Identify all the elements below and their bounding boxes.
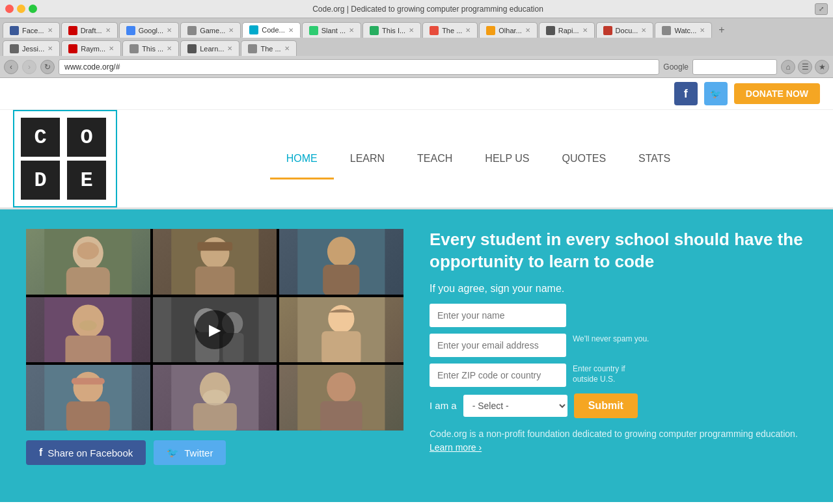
- tab-favicon: [249, 25, 258, 34]
- tab-close-icon[interactable]: ✕: [167, 45, 172, 52]
- nav-home[interactable]: HOME: [270, 140, 334, 179]
- i-am-label: I am a: [430, 400, 457, 411]
- tab-watch[interactable]: Watc... ✕: [655, 22, 712, 38]
- tab-google[interactable]: Googl... ✕: [119, 22, 180, 38]
- svg-rect-7: [197, 242, 232, 250]
- tab-the2[interactable]: The ... ✕: [241, 40, 296, 56]
- tab-close-icon[interactable]: ✕: [641, 27, 646, 34]
- svg-point-24: [74, 372, 103, 403]
- tab-close-icon[interactable]: ✕: [288, 27, 294, 34]
- tab-facebook[interactable]: Face... ✕: [3, 22, 60, 38]
- person-silhouette-1: [26, 229, 150, 295]
- twitter-header-button[interactable]: 🐦: [704, 82, 728, 105]
- tab-close-icon[interactable]: ✕: [167, 27, 172, 34]
- submit-button[interactable]: Submit: [574, 393, 638, 418]
- svg-point-14: [79, 320, 97, 330]
- tab-close-icon[interactable]: ✕: [284, 45, 290, 52]
- extensions-button[interactable]: ☰: [798, 60, 812, 74]
- video-cell-8: [279, 365, 403, 431]
- tab-learn[interactable]: Learn... ✕: [180, 40, 239, 56]
- tab-favicon: [68, 26, 77, 35]
- nav-teach[interactable]: TEACH: [401, 140, 469, 178]
- tab-favicon: [68, 44, 77, 53]
- zip-input[interactable]: [430, 364, 566, 387]
- tab-slant[interactable]: Slant ... ✕: [302, 22, 361, 38]
- tab-thiss[interactable]: This ... ✕: [122, 40, 179, 56]
- tab-close-icon[interactable]: ✕: [409, 27, 414, 34]
- traffic-lights: [5, 5, 37, 13]
- browser-title-bar: Code.org | Dedicated to growing computer…: [0, 0, 833, 18]
- tab-raym[interactable]: Raym... ✕: [61, 40, 121, 56]
- tab-favicon: [309, 26, 318, 35]
- nav-stats[interactable]: STATS: [622, 140, 687, 178]
- role-select[interactable]: - Select - Student Teacher Parent Other: [463, 395, 567, 417]
- tab-close-icon[interactable]: ✕: [109, 45, 114, 52]
- url-input[interactable]: [59, 59, 659, 75]
- share-facebook-button[interactable]: f Share on Facebook: [26, 440, 146, 465]
- form-zip-row: Enter country if outside U.S.: [430, 364, 807, 387]
- browser-resize-btn[interactable]: ⤢: [815, 3, 828, 15]
- tab-close-icon[interactable]: ✕: [227, 45, 232, 52]
- tab-the[interactable]: The ... ✕: [422, 22, 478, 38]
- tab-favicon: [370, 26, 379, 35]
- nav-quotes[interactable]: QUOTES: [546, 140, 623, 178]
- new-tab-button[interactable]: +: [713, 22, 730, 38]
- tab-jessi[interactable]: Jessi... ✕: [3, 40, 60, 56]
- tab-rapi[interactable]: Rapi... ✕: [539, 22, 595, 38]
- person-silhouette-5: [279, 297, 403, 363]
- minimize-icon[interactable]: [17, 5, 25, 13]
- tab-favicon: [430, 26, 439, 35]
- logo-grid: C O D E: [21, 118, 109, 200]
- tab-close-icon[interactable]: ✕: [228, 27, 234, 34]
- tab-favicon: [187, 26, 197, 35]
- search-input[interactable]: [692, 59, 777, 75]
- tab-close-icon[interactable]: ✕: [582, 27, 588, 34]
- nav-links: HOME LEARN TEACH HELP US QUOTES STATS: [137, 140, 820, 178]
- forward-button[interactable]: ›: [22, 60, 36, 74]
- facebook-header-button[interactable]: f: [674, 82, 698, 105]
- tab-game[interactable]: Game... ✕: [180, 22, 241, 38]
- form-select-row: I am a - Select - Student Teacher Parent…: [430, 393, 807, 418]
- tab-favicon: [603, 26, 612, 35]
- maximize-icon[interactable]: [29, 5, 37, 13]
- nav-helpus[interactable]: HELP US: [469, 140, 545, 178]
- tab-draft[interactable]: Draft... ✕: [61, 22, 118, 38]
- nav-learn[interactable]: LEARN: [334, 140, 401, 178]
- tab-code[interactable]: Code... ✕: [242, 22, 300, 38]
- sign-footer-text: Code.org is a non-profit foundation dedi…: [430, 427, 807, 455]
- tab-close-icon[interactable]: ✕: [700, 27, 705, 34]
- svg-point-5: [200, 237, 229, 269]
- close-icon[interactable]: [5, 5, 14, 13]
- tab-docu[interactable]: Docu... ✕: [596, 22, 654, 38]
- tab-olhar[interactable]: Olhar... ✕: [479, 22, 537, 38]
- play-button[interactable]: ▶: [195, 310, 234, 349]
- svg-rect-26: [72, 378, 105, 384]
- tab-favicon: [10, 44, 19, 53]
- logo-cell-d: D: [21, 161, 60, 200]
- tab-close-icon[interactable]: ✕: [48, 45, 53, 52]
- video-cell-1: [26, 229, 150, 295]
- name-input[interactable]: [430, 304, 566, 327]
- email-input[interactable]: [430, 334, 566, 357]
- tab-close-icon[interactable]: ✕: [48, 27, 53, 34]
- main-content: ▶: [0, 209, 833, 502]
- learn-more-link[interactable]: Learn more ›: [430, 442, 482, 453]
- svg-rect-6: [195, 267, 234, 295]
- tab-close-icon[interactable]: ✕: [525, 27, 530, 34]
- tab-close-icon[interactable]: ✕: [105, 27, 111, 34]
- bookmark-button[interactable]: ★: [815, 60, 829, 74]
- video-grid: ▶: [26, 229, 403, 431]
- browser-title: Code.org | Dedicated to growing computer…: [45, 5, 811, 14]
- reload-button[interactable]: ↻: [40, 60, 55, 74]
- home-button[interactable]: ⌂: [781, 60, 795, 74]
- share-twitter-button[interactable]: 🐦 Twitter: [154, 440, 226, 465]
- video-cell-6: [26, 365, 150, 431]
- tab-thisi[interactable]: This I... ✕: [362, 22, 421, 38]
- video-cell-5: [279, 297, 403, 363]
- site-logo[interactable]: C O D E: [13, 110, 117, 207]
- donate-button[interactable]: DONATE NOW: [734, 83, 820, 104]
- tab-close-icon[interactable]: ✕: [349, 27, 354, 34]
- video-cell-center[interactable]: ▶: [153, 297, 277, 363]
- back-button[interactable]: ‹: [4, 60, 18, 74]
- tab-close-icon[interactable]: ✕: [465, 27, 471, 34]
